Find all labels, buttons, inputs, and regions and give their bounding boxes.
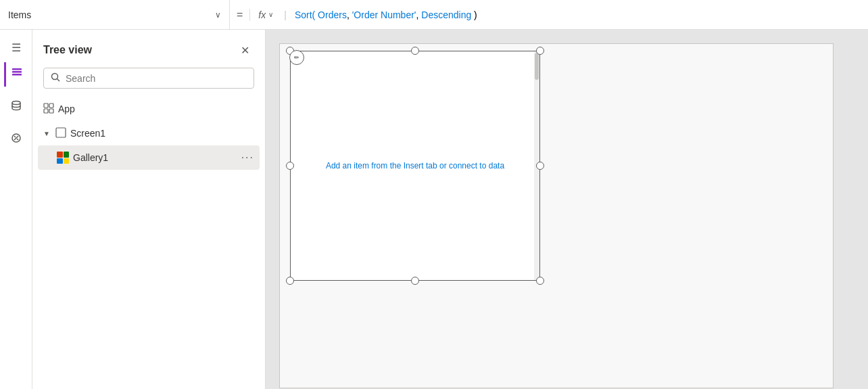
database-icon [11, 100, 22, 114]
formula-sort-keyword: Sort( [295, 9, 315, 20]
hamburger-icon: ☰ [11, 41, 21, 54]
tree-item-gallery1[interactable]: Gallery1 ··· [38, 145, 260, 170]
svg-point-3 [12, 101, 20, 105]
gallery-insert-text: Add an item from the Insert tab or conne… [326, 161, 504, 170]
tree-panel: Tree view ✕ [32, 30, 266, 389]
handle-bottom-middle[interactable] [411, 277, 419, 285]
gallery-empty-text: Add an item from the Insert tab or conne… [326, 161, 504, 170]
handle-top-right[interactable] [536, 47, 544, 55]
gallery-element[interactable]: ✏ Add an item from the Insert tab or con… [290, 51, 540, 281]
layers-icon [11, 68, 22, 81]
icon-sidebar: ☰ [0, 30, 32, 389]
variables-icon [11, 133, 22, 146]
svg-line-6 [14, 136, 16, 137]
gallery-multi-icon [57, 152, 69, 164]
svg-rect-0 [12, 71, 22, 73]
handle-middle-left[interactable] [286, 162, 294, 170]
fx-label: fx ∨ [258, 9, 276, 20]
svg-rect-12 [44, 109, 48, 113]
handle-top-middle[interactable] [411, 47, 419, 55]
top-bar: Items ∨ = fx ∨ | Sort( Orders, 'Order Nu… [0, 0, 868, 30]
search-input[interactable] [66, 73, 247, 84]
gallery1-more-icon[interactable]: ··· [241, 152, 254, 164]
canvas-area: ✏ Add an item from the Insert tab or con… [266, 30, 868, 389]
edit-handle-button[interactable]: ✏ [289, 50, 304, 65]
sidebar-icon-layers[interactable] [4, 62, 28, 87]
gallery1-label: Gallery1 [73, 152, 237, 163]
formula-bar: fx ∨ | Sort( Orders, 'Order Number', Des… [250, 0, 868, 29]
tree-header: Tree view ✕ [32, 30, 265, 68]
sidebar-icon-database[interactable] [4, 95, 28, 119]
handle-bottom-left[interactable] [286, 277, 294, 285]
fx-chevron-icon: ∨ [268, 11, 273, 18]
screen1-chevron-icon: ▼ [43, 130, 50, 137]
gallery-scrollbar-thumb[interactable] [535, 53, 539, 80]
svg-rect-10 [44, 104, 48, 108]
items-dropdown[interactable]: Items ∨ [0, 0, 230, 29]
formula-comma1: , [347, 9, 352, 20]
formula-descending: Descending [421, 9, 471, 20]
formula-close-paren: ) [471, 9, 477, 20]
formula-text: Sort( Orders, 'Order Number', Descending… [295, 9, 477, 20]
app-label: App [58, 104, 254, 114]
equals-sign: = [230, 9, 250, 21]
svg-rect-13 [49, 109, 53, 113]
svg-rect-11 [49, 104, 53, 108]
search-icon [51, 72, 60, 84]
app-icon [43, 103, 54, 116]
dropdown-label: Items [8, 9, 210, 20]
formula-orders: Orders [315, 9, 347, 20]
canvas-frame: ✏ Add an item from the Insert tab or con… [279, 43, 834, 388]
main-layout: ☰ [0, 30, 868, 389]
tree-title: Tree view [43, 44, 92, 56]
svg-line-9 [57, 79, 60, 82]
handle-bottom-right[interactable] [536, 277, 544, 285]
pencil-icon: ✏ [294, 54, 299, 61]
tree-item-screen1[interactable]: ▼ Screen1 [38, 121, 260, 145]
search-box [43, 68, 254, 89]
sidebar-icon-hamburger[interactable]: ☰ [4, 35, 28, 60]
close-icon: ✕ [241, 44, 249, 57]
formula-order-number: 'Order Number' [352, 9, 416, 20]
sidebar-icon-variables[interactable] [4, 127, 28, 152]
handle-middle-right[interactable] [536, 162, 544, 170]
screen-icon [55, 127, 66, 140]
formula-bar-divider: | [284, 9, 287, 20]
svg-rect-2 [12, 68, 22, 70]
svg-line-7 [17, 139, 18, 140]
svg-point-8 [52, 74, 58, 80]
svg-rect-14 [56, 128, 66, 137]
tree-close-button[interactable]: ✕ [235, 41, 254, 60]
svg-rect-1 [12, 74, 22, 76]
fx-text: fx [258, 9, 266, 20]
screen1-label: Screen1 [70, 128, 254, 139]
search-container [32, 68, 265, 97]
tree-items: App ▼ Screen1 [32, 97, 265, 170]
tree-item-app[interactable]: App [38, 97, 260, 121]
dropdown-arrow-icon: ∨ [215, 10, 221, 20]
